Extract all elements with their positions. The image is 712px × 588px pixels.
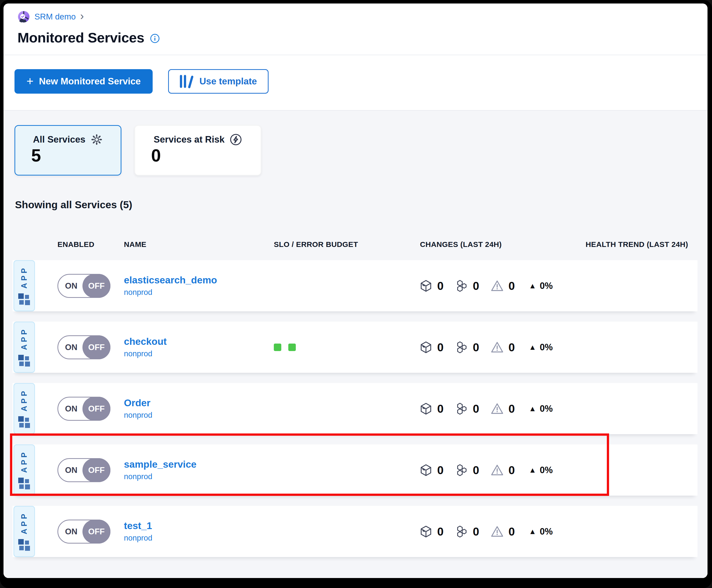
toggle-off-label[interactable]: OFF [82,520,110,544]
service-env-link[interactable]: nonprod [124,472,269,481]
package-icon [419,402,433,416]
trend-change: ▲ 0% [529,281,553,291]
enabled-cell: ON OFF [37,335,119,359]
name-cell: elasticsearch_demo nonprod [119,275,269,297]
info-icon[interactable] [150,34,160,43]
health-trend-cell [578,469,697,471]
enabled-toggle[interactable]: ON OFF [58,397,110,421]
enabled-toggle[interactable]: ON OFF [58,520,110,544]
health-trend-cell [578,530,697,533]
alerts-count: 0 [508,402,515,416]
table-row-Order: APP ON OFF Order nonprod [13,383,697,434]
services-at-risk-card[interactable]: Services at Risk 0 [135,125,261,175]
service-env-link[interactable]: nonprod [124,533,269,543]
service-env-link[interactable]: nonprod [124,288,269,297]
package-icon [419,279,433,293]
srm-logo-icon[interactable] [18,10,30,23]
enabled-cell: ON OFF [37,520,119,544]
all-services-label: All Services [33,134,85,145]
enabled-toggle[interactable]: ON OFF [58,335,110,359]
app-grid-icon [18,478,30,490]
service-env-link[interactable]: nonprod [124,411,269,420]
resources-change: 0 [455,340,480,354]
name-cell: Order nonprod [119,398,269,420]
toggle-on-label[interactable]: ON [58,281,84,291]
deployments-count: 0 [437,525,444,538]
deployments-count: 0 [437,279,444,293]
app-tag[interactable]: APP [14,383,35,434]
alerts-change: 0 [490,525,515,539]
gear-icon [90,133,103,146]
trend-percent: 0% [540,465,553,476]
service-name-link[interactable]: elasticsearch_demo [124,275,269,286]
service-name-link[interactable]: test_1 [124,520,269,531]
use-template-button[interactable]: Use template [168,69,268,93]
row-type-cell: APP [14,260,37,311]
health-trend-cell [578,285,697,287]
app-tag[interactable]: APP [14,444,35,496]
breadcrumb-link-srm-demo[interactable]: SRM demo [35,12,76,21]
app-tag[interactable]: APP [14,260,35,311]
toggle-on-label[interactable]: ON [58,465,84,475]
changes-cell: 0 0 0 [415,463,578,477]
hexagons-icon [455,463,469,477]
enabled-toggle[interactable]: ON OFF [58,274,110,298]
service-env-link[interactable]: nonprod [124,349,269,358]
alerts-change: 0 [490,402,515,416]
trend-up-icon: ▲ [529,343,536,352]
health-trend-cell [578,346,697,349]
name-cell: test_1 nonprod [119,520,269,543]
app-grid-icon [18,355,30,367]
deployments-change: 0 [419,525,444,539]
alerts-count: 0 [508,279,515,293]
toggle-off-label[interactable]: OFF [82,458,110,482]
template-library-icon [180,75,194,88]
deployments-change: 0 [419,279,444,293]
breadcrumb: SRM demo › [18,10,708,23]
row-type-cell: APP [14,321,37,373]
enabled-toggle[interactable]: ON OFF [58,458,110,482]
toggle-off-label[interactable]: OFF [82,274,110,298]
content-area: All Services 5 Services at R [3,111,708,578]
table-row-sample_service: APP ON OFF sample_service nonprod [13,444,697,496]
toggle-on-label[interactable]: ON [58,342,84,352]
new-monitored-service-label: New Monitored Service [39,76,141,87]
name-cell: sample_service nonprod [119,459,269,481]
trend-change: ▲ 0% [529,403,553,414]
app-tag-label: APP [20,327,29,350]
app-tag[interactable]: APP [14,506,35,557]
service-name-link[interactable]: sample_service [124,459,269,470]
enabled-cell: ON OFF [37,274,119,298]
service-name-link[interactable]: Order [124,398,269,409]
deployments-count: 0 [437,402,444,416]
page-title: Monitored Services [18,29,144,46]
new-monitored-service-button[interactable]: + New Monitored Service [15,69,152,93]
toggle-on-label[interactable]: ON [58,404,84,414]
resources-count: 0 [473,402,480,416]
changes-cell: 0 0 0 [415,279,578,293]
toggle-off-label[interactable]: OFF [82,335,110,359]
column-header-slo: SLO / ERROR BUDGET [269,240,415,249]
alerts-change: 0 [490,279,515,293]
trend-up-icon: ▲ [529,527,536,536]
toggle-off-label[interactable]: OFF [82,397,110,421]
trend-change: ▲ 0% [529,526,553,537]
app-tag[interactable]: APP [14,321,35,373]
all-services-card[interactable]: All Services 5 [15,125,121,175]
slo-status-square [288,343,296,351]
title-row: Monitored Services [18,29,708,46]
table-row-checkout: APP ON OFF checkout nonprod [13,321,697,373]
service-name-link[interactable]: checkout [124,336,269,347]
toggle-on-label[interactable]: ON [58,527,84,536]
plus-icon: + [26,74,34,88]
list-heading: Showing all Services (5) [15,199,708,211]
monitored-services-page: SRM demo › Monitored Services + New Moni… [3,3,708,578]
health-trend-cell [578,407,697,410]
trend-change: ▲ 0% [529,342,553,353]
deployments-change: 0 [419,402,444,416]
package-icon [419,525,433,539]
hexagons-icon [455,402,469,416]
hexagons-icon [455,340,469,354]
table-row-elasticsearch_demo: APP ON OFF elasticsearch_demo nonprod [13,260,697,311]
resources-change: 0 [455,279,480,293]
